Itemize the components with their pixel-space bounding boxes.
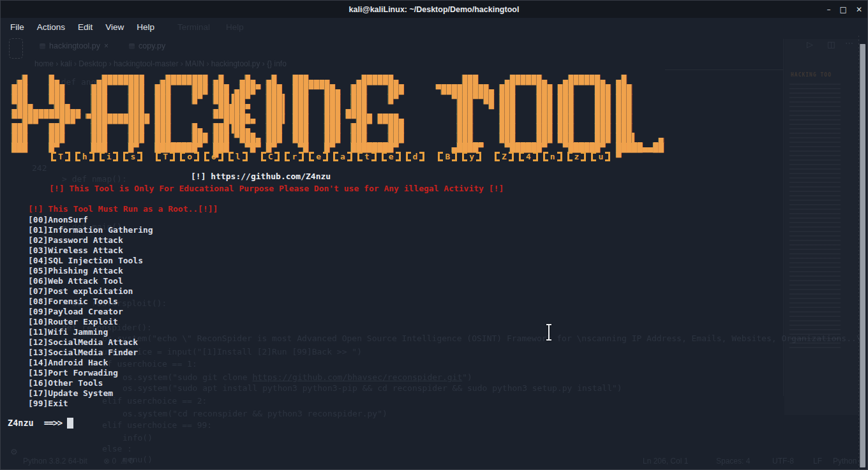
left-bracket-icon [333, 152, 338, 161]
right-bracket-icon [452, 152, 457, 161]
left-bracket-icon [285, 152, 290, 161]
right-bracket-icon [243, 152, 248, 161]
ascii-banner: ▄█ █▄ ▄████████ ▄████████ ▄█ ▄█▄ ▄█ ███▄… [11, 75, 669, 163]
right-bracket-icon [137, 152, 142, 161]
created-by-word: Tool [156, 152, 252, 161]
window-title: kali@kaliLinux: ~/Desktop/Demo/hackingto… [349, 5, 520, 14]
left-bracket-icon [382, 152, 387, 161]
bracket-letter-char: i [105, 152, 114, 161]
bracket-letter-char: e [314, 152, 323, 161]
bracket-letter: s [123, 152, 142, 161]
bracket-letter-char: y [467, 152, 476, 161]
menubar-ghost-help: Help [226, 22, 244, 32]
bracket-letter: T [156, 152, 175, 161]
bracket-letter: T [51, 152, 70, 161]
left-bracket-icon [75, 152, 80, 161]
left-bracket-icon [462, 152, 467, 161]
right-bracket-icon [371, 152, 377, 161]
right-bracket-icon [347, 152, 352, 161]
menu-item-17: [17]Update System [28, 388, 153, 399]
window-controls: – □ ✕ [827, 1, 862, 18]
close-button[interactable]: ✕ [856, 6, 862, 13]
mouse-ibeam-cursor [545, 324, 553, 341]
minimize-button[interactable]: – [827, 6, 831, 13]
github-line: [!] https://github.com/Z4nzu [191, 172, 331, 182]
menubar-item-help[interactable]: Help [130, 20, 161, 34]
bracket-letter-char: Z [500, 152, 509, 161]
created-by-word: Z4nzu [495, 152, 615, 161]
bracket-letter: u [591, 152, 610, 161]
bracket-letter-char: a [338, 152, 347, 161]
menu-item-15: [15]Port Forwading [28, 368, 153, 378]
root-warning-line: [!] This Tool Must Run as a Root..[!]] [28, 204, 218, 214]
bracket-letter: o [180, 152, 199, 161]
left-bracket-icon [261, 152, 266, 161]
right-bracket-icon [476, 152, 481, 161]
bracket-letter-char: o [185, 152, 194, 161]
left-bracket-icon [567, 152, 572, 161]
bracket-letter: a [333, 152, 352, 161]
right-bracket-icon [396, 152, 401, 161]
menu-item-13: [13]SocialMedia Finder [28, 348, 153, 358]
menubar: FileActionsEditViewHelpTerminalHelp [1, 18, 867, 36]
bracket-letter: 4 [519, 152, 538, 161]
right-bracket-icon [113, 152, 118, 161]
bracket-letter: y [462, 152, 481, 161]
terminal-cursor [67, 418, 73, 429]
right-bracket-icon [170, 152, 175, 161]
terminal-window: kali@kaliLinux: ~/Desktop/Demo/hackingto… [0, 0, 868, 470]
menu-item-05: [05]Phishing Attack [28, 266, 153, 276]
bracket-letter-char: n [548, 152, 557, 161]
bracket-letter-char: 4 [524, 152, 533, 161]
right-bracket-icon [419, 152, 424, 161]
left-bracket-icon [228, 152, 234, 161]
left-bracket-icon [357, 152, 363, 161]
left-bracket-icon [204, 152, 209, 161]
right-bracket-icon [299, 152, 304, 161]
bracket-letter-char: u [596, 152, 605, 161]
menu-item-00: [00]AnonSurf [28, 215, 153, 225]
terminal-body[interactable]: home › kali › Desktop › hackingtool-mast… [1, 36, 867, 469]
menu-item-04: [04]SQL Injection Tools [28, 256, 153, 266]
menubar-item-file[interactable]: File [4, 20, 31, 34]
maximize-button[interactable]: □ [840, 6, 847, 13]
prompt-line[interactable]: Z4nzu ==>> [8, 417, 73, 429]
right-bracket-icon [194, 152, 199, 161]
left-bracket-icon [156, 152, 161, 161]
bracket-letter-char: T [161, 152, 170, 161]
bracket-letter: e [309, 152, 328, 161]
menu-item-16: [16]Other Tools [28, 378, 153, 388]
created-by-word: Created [261, 152, 430, 161]
menubar-item-view[interactable]: View [99, 20, 130, 34]
prompt-user: Z4nzu [8, 417, 34, 429]
menu-item-07: [07]Post exploitation [28, 286, 153, 297]
menu-item-12: [12]SocialMedia Attack [28, 337, 153, 348]
right-bracket-icon [218, 152, 223, 161]
menubar-item-actions[interactable]: Actions [31, 20, 71, 34]
bracket-letter-char: t [363, 152, 371, 161]
left-bracket-icon [591, 152, 596, 161]
menubar-item-edit[interactable]: Edit [71, 20, 99, 34]
right-bracket-icon [533, 152, 538, 161]
bracket-letter: l [228, 152, 248, 161]
menu-item-99: [99]Exit [28, 399, 153, 409]
left-bracket-icon [495, 152, 500, 161]
left-bracket-icon [51, 152, 56, 161]
right-bracket-icon [89, 152, 94, 161]
bracket-letter: r [285, 152, 304, 161]
created-by-word: This [51, 152, 147, 161]
bracket-letter: Z [495, 152, 514, 161]
bracket-letter-char: s [128, 152, 137, 161]
bracket-letter: o [204, 152, 223, 161]
bracket-letter: h [75, 152, 94, 161]
menu-item-10: [10]Router Exploit [28, 317, 153, 327]
bracket-letter: z [567, 152, 587, 161]
right-bracket-icon [274, 152, 280, 161]
bracket-letter-char: T [56, 152, 65, 161]
tool-menu-list: [00]AnonSurf[01]Information Gathering[02… [28, 215, 153, 409]
menu-item-14: [14]Android Hack [28, 358, 153, 368]
bracket-letter-char: h [80, 152, 89, 161]
bracket-letter-char: l [234, 152, 243, 161]
menu-item-06: [06]Web Attack Tool [28, 276, 153, 286]
right-bracket-icon [557, 152, 562, 161]
